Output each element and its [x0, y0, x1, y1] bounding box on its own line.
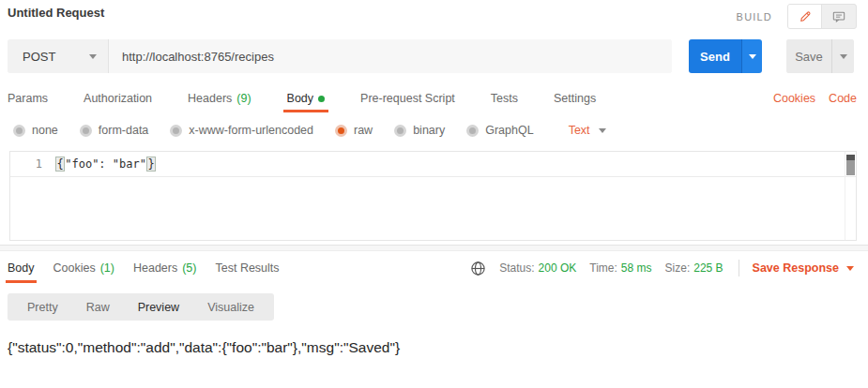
tab-label: Test Results [215, 261, 279, 275]
tab-label: Headers [133, 261, 177, 275]
response-tab-headers[interactable]: Headers(5) [133, 253, 197, 283]
code-text: {"foo": "bar"} [55, 157, 156, 171]
send-button[interactable]: Send [689, 39, 741, 73]
response-tab-test-results[interactable]: Test Results [215, 253, 279, 283]
chevron-down-icon [89, 54, 97, 59]
editor-scrollbar[interactable] [845, 152, 856, 240]
response-tab-body[interactable]: Body [8, 253, 35, 283]
response-view-tabs: Pretty Raw Preview Visualize [8, 293, 274, 321]
chevron-down-icon [599, 128, 606, 133]
tabs-right: Cookies Code [773, 84, 857, 112]
time-item: Time:58 ms [589, 261, 651, 275]
tab-label: Headers [188, 92, 232, 105]
tab-label: Pre-request Script [360, 92, 455, 105]
body-modified-dot [318, 96, 325, 102]
save-dropdown-button[interactable] [831, 39, 854, 73]
url-input[interactable]: http://localhost:8765/recipes [109, 39, 672, 73]
view-tab-pretty[interactable]: Pretty [13, 301, 72, 314]
radio-label: x-www-form-urlencoded [189, 124, 313, 137]
build-label: BUILD [737, 11, 772, 22]
cookies-link[interactable]: Cookies [773, 92, 815, 105]
radio-label: form-data [99, 124, 149, 137]
close-brace: } [146, 157, 156, 172]
radio-icon [170, 125, 182, 137]
tab-label: Settings [554, 92, 596, 105]
code-line: 1 {"foo": "bar"} [10, 152, 856, 177]
tab-label: Tests [491, 92, 518, 105]
view-tab-preview[interactable]: Preview [124, 301, 193, 314]
url-text: http://localhost:8765/recipes [122, 50, 274, 64]
line-number: 1 [10, 157, 42, 171]
chevron-down-icon [749, 54, 756, 59]
send-split-button: Send [689, 39, 762, 73]
headers-count: (5) [182, 261, 196, 275]
edit-comment-toggle [787, 4, 857, 29]
comment-icon [832, 10, 845, 23]
radio-icon [13, 125, 25, 137]
code-link[interactable]: Code [829, 92, 857, 105]
headers-count: (9) [236, 92, 251, 105]
tab-label: Params [8, 92, 48, 105]
radio-icon [466, 125, 479, 137]
tab-label: Authorization [84, 92, 152, 105]
response-tabs: Body Cookies(1) Headers(5) Test Results … [0, 253, 868, 283]
radio-label: raw [354, 124, 373, 137]
radio-binary[interactable]: binary [394, 124, 445, 137]
open-brace: { [55, 157, 65, 172]
postman-app: Untitled Request BUILD POST [0, 0, 868, 388]
globe-icon [470, 261, 486, 276]
tab-body[interactable]: Body [287, 84, 326, 112]
header: Untitled Request BUILD [0, 0, 868, 36]
vertical-divider [739, 260, 739, 276]
tab-label: Body [8, 261, 35, 275]
chevron-down-icon [846, 266, 854, 271]
size-item: Size:225 B [665, 261, 723, 275]
tab-headers[interactable]: Headers(9) [188, 84, 251, 112]
radio-icon [80, 125, 92, 137]
view-tab-visualize[interactable]: Visualize [193, 301, 268, 314]
size-value: 225 B [693, 261, 723, 275]
save-button[interactable]: Save [786, 39, 831, 73]
radio-x-www-form-urlencoded[interactable]: x-www-form-urlencoded [170, 124, 313, 137]
save-response-button[interactable]: Save Response [753, 261, 854, 275]
save-split-button: Save [786, 39, 854, 73]
header-right: BUILD [737, 4, 857, 29]
method-label: POST [23, 50, 55, 64]
view-tab-raw[interactable]: Raw [72, 301, 124, 314]
size-label: Size: [665, 261, 691, 275]
cookies-count: (1) [100, 261, 114, 275]
status-value: 200 OK [539, 261, 577, 275]
page-title: Untitled Request [8, 4, 104, 20]
status-item: Status:200 OK [499, 261, 576, 275]
tab-pre-request-script[interactable]: Pre-request Script [360, 84, 455, 112]
radio-form-data[interactable]: form-data [80, 124, 149, 137]
radio-icon [394, 125, 406, 137]
radio-none[interactable]: none [13, 124, 58, 137]
request-tabs: Params Authorization Headers(9) Body Pre… [0, 84, 868, 112]
method-select[interactable]: POST [8, 39, 109, 73]
format-label: Text [569, 124, 590, 137]
section-divider [0, 245, 868, 251]
radio-raw[interactable]: raw [335, 124, 373, 137]
comments-button[interactable] [822, 5, 856, 28]
tab-params[interactable]: Params [8, 84, 48, 112]
send-dropdown-button[interactable] [741, 39, 762, 73]
scrollbar-thumb[interactable] [846, 155, 855, 175]
url-group: POST http://localhost:8765/recipes [8, 39, 672, 73]
time-label: Time: [589, 261, 617, 275]
tab-tests[interactable]: Tests [491, 84, 518, 112]
status-label: Status: [499, 261, 534, 275]
tab-label: Body [287, 92, 314, 105]
tab-authorization[interactable]: Authorization [84, 84, 152, 112]
body-type-options: none form-data x-www-form-urlencoded raw… [0, 116, 868, 144]
radio-label: binary [413, 124, 445, 137]
request-body-editor[interactable]: 1 {"foo": "bar"} [9, 151, 857, 241]
request-bar: POST http://localhost:8765/recipes Send … [8, 39, 854, 73]
edit-request-button[interactable] [788, 5, 822, 28]
chevron-down-icon [840, 54, 847, 59]
tab-settings[interactable]: Settings [554, 84, 596, 112]
radio-graphql[interactable]: GraphQL [466, 124, 533, 137]
response-tab-cookies[interactable]: Cookies(1) [53, 253, 114, 283]
pencil-icon [799, 10, 812, 23]
raw-format-select[interactable]: Text [569, 124, 606, 137]
